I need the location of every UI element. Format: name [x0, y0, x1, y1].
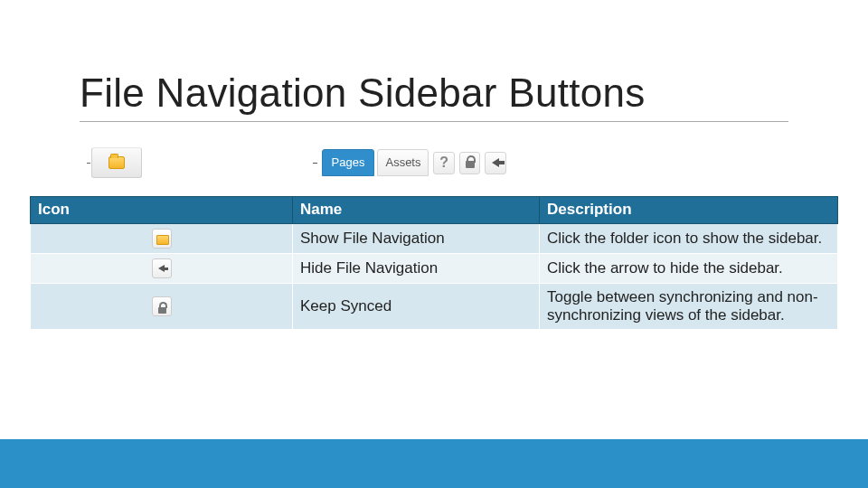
row-name: Hide File Navigation	[293, 254, 540, 284]
row-desc: Click the folder icon to show the sideba…	[540, 224, 838, 254]
table-row: Keep Synced Toggle between synchronizing…	[31, 284, 838, 330]
lock-button	[459, 152, 481, 174]
folder-button	[91, 147, 142, 178]
col-header-desc: Description	[540, 197, 838, 224]
slide: File Navigation Sidebar Buttons Pages As…	[0, 0, 868, 488]
footer-accent-bar	[0, 439, 868, 488]
dash-icon	[87, 163, 90, 164]
folder-icon	[152, 229, 172, 249]
arrow-left-icon	[492, 158, 499, 167]
row-name: Show File Navigation	[293, 224, 540, 254]
question-icon: ?	[439, 155, 448, 171]
dash-icon	[313, 163, 317, 164]
folder-icon	[108, 156, 125, 169]
toolbar-illustration: Pages Assets ?	[81, 143, 506, 183]
table-row: Show File Navigation Click the folder ic…	[31, 224, 838, 254]
tab-assets: Assets	[377, 149, 429, 176]
page-title: File Navigation Sidebar Buttons	[80, 70, 646, 116]
table-row: Hide File Navigation Click the arrow to …	[31, 254, 838, 284]
col-header-name: Name	[293, 197, 540, 224]
back-button	[485, 152, 506, 174]
lock-icon	[152, 296, 172, 316]
title-underline	[80, 121, 788, 122]
lock-icon	[466, 161, 475, 168]
tab-pages: Pages	[322, 149, 375, 176]
row-desc: Toggle between synchronizing and non-syn…	[540, 284, 838, 330]
arrow-left-icon	[152, 258, 172, 278]
row-desc: Click the arrow to hide the sidebar.	[540, 254, 838, 284]
row-name: Keep Synced	[293, 284, 540, 330]
help-button: ?	[433, 152, 455, 174]
icon-reference-table: Icon Name Description Show File Navigati…	[30, 196, 838, 330]
col-header-icon: Icon	[31, 197, 293, 224]
